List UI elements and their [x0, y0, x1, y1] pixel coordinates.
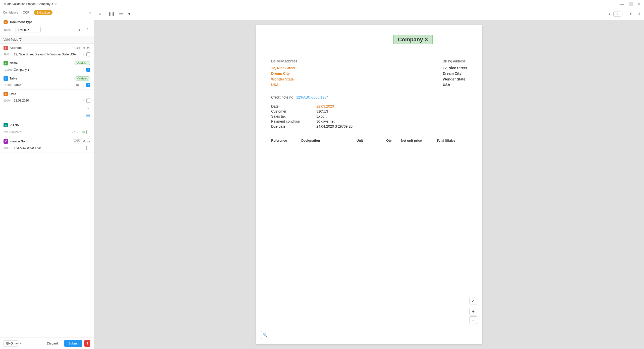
lang-chevron-icon: ▾ — [20, 342, 21, 345]
filter-icon[interactable]: ≡ — [89, 11, 91, 15]
delivery-address-text: 12, Nice StreetDream CityWonder StateUSA — [271, 65, 297, 88]
detail-value-date: 22.03.2020 — [316, 104, 334, 108]
billing-address-label: Billing address — [443, 59, 467, 63]
top-bar: Confidence OCR Extraction ≡ — [0, 8, 94, 17]
page-nav: ▲ / 1 ▼ ↺ — [607, 12, 640, 17]
field-name-name: Name — [10, 61, 73, 65]
valid-fields-header: Valid fields (6) — — [0, 36, 94, 44]
error-button[interactable]: ! — [84, 340, 90, 347]
refresh-button[interactable]: ↺ — [637, 12, 640, 16]
zoom-out-button[interactable]: − — [470, 316, 477, 324]
image-view-button[interactable] — [108, 11, 115, 17]
field-icon-pono: q — [4, 123, 8, 127]
field-conf-name: · 100% — [4, 68, 12, 71]
validated-badge-name: Validated — [75, 61, 90, 65]
layout-chevron-button[interactable]: ▾ — [127, 11, 131, 17]
field-header-pono: q PO No — [0, 121, 94, 128]
svg-rect-3 — [110, 14, 111, 16]
field-header-invoiceno: V Invoice No AND Must ▾ — [0, 137, 94, 145]
col-header-total: Total $ — [422, 139, 447, 142]
lang-select-wrapper: ENG ▾ — [4, 340, 21, 346]
zoom-in-button[interactable]: + — [470, 308, 477, 315]
page-number-input[interactable] — [613, 12, 621, 17]
document-type-section: o Document Type 100% InvoiceX Invoice Cr… — [0, 17, 94, 36]
extraction-tab[interactable]: Extraction — [34, 10, 52, 15]
field-name-pono: PO No — [10, 123, 90, 127]
doc-type-icon: o — [4, 20, 8, 24]
field-actions-invoiceno: ⋮ — [81, 145, 90, 150]
delivery-address-block: Delivery address 12, Nice StreetDream Ci… — [271, 59, 297, 88]
field-more-button-invoiceno[interactable]: ⋮ — [81, 145, 85, 150]
document-area: Company X Delivery address 12, Nice Stre… — [94, 20, 644, 349]
chevron-down-date[interactable]: ⌄ — [86, 105, 90, 111]
field-value-row-pono: Not extracted ↩ ⊞ ⊕ — [0, 128, 94, 137]
add-field-inline-button[interactable]: ⊞ — [86, 112, 90, 119]
credit-note-number: 123-ABC-0000-1234 — [296, 95, 328, 99]
search-icon-button[interactable]: 🔍 — [261, 331, 269, 339]
field-group-name: a Name Validated · 100% Company Y ⋮ — [0, 59, 94, 74]
billing-address-text: 12, Nice StreetDream CityWonder StateUSA — [443, 65, 467, 88]
field-more-button-name[interactable]: ⋮ — [81, 67, 85, 72]
validated-badge-table: Validated — [75, 76, 90, 80]
field-actions-address: ⋮ — [81, 52, 90, 57]
field-value-row-invoiceno: 98% 123-ABC-0000-1234 ⋮ — [0, 145, 94, 152]
must-badge-address[interactable]: Must ▾ — [83, 46, 90, 49]
page-separator: / — [622, 12, 623, 16]
field-checkbox-invoiceno[interactable] — [86, 146, 90, 150]
field-checkbox-address[interactable] — [86, 52, 90, 56]
col-header-netprice: Net unit price — [392, 139, 422, 142]
viewer-toolbar: ≡ ▾ ▲ — [94, 8, 644, 20]
submit-button[interactable]: Submit — [64, 340, 82, 347]
detail-label-date: Date — [271, 104, 311, 108]
field-value-row-date: 100% 22.03.2020 ⋮ — [0, 97, 94, 105]
doc-type-select[interactable]: InvoiceX Invoice CreditNote PurchaseOrde… — [16, 27, 41, 33]
field-checkbox-date[interactable] — [86, 99, 90, 103]
close-button[interactable]: ✕ — [636, 2, 641, 7]
field-group-invoiceno: V Invoice No AND Must ▾ 98% 123-ABC-0000… — [0, 137, 94, 152]
collapse-icon[interactable]: — — [24, 38, 27, 41]
col-header-qty: Qty — [377, 139, 392, 142]
discard-button[interactable]: Discard — [43, 340, 62, 347]
field-more-button-date[interactable]: ⋮ — [81, 98, 85, 103]
doc-type-kebab-button[interactable]: ⋮ — [84, 26, 90, 33]
doc-table-area: Reference Designation Unit Qty Net unit … — [271, 136, 467, 145]
prev-page-button[interactable]: ▲ — [607, 12, 612, 16]
lang-select[interactable]: ENG — [4, 340, 19, 346]
maximize-button[interactable]: ⬜ — [627, 2, 634, 7]
next-page-button[interactable]: ▼ — [628, 12, 633, 16]
company-name-box: Company X — [393, 35, 432, 44]
col-header-sales: Sales — [447, 139, 467, 142]
add-value-button-pono[interactable]: ⊞ — [76, 130, 80, 134]
window-controls: — ⬜ ✕ — [619, 2, 641, 7]
confidence-tab[interactable]: Confidence — [3, 11, 18, 14]
toolbar-separator-1 — [105, 12, 105, 17]
expand-button[interactable]: ⤢ — [470, 297, 477, 304]
add-item-button-pono[interactable]: ⊕ — [81, 129, 85, 135]
menu-icon-button[interactable]: ≡ — [98, 11, 102, 17]
table-grid-button[interactable]: ⊞ — [76, 82, 80, 88]
field-header-name: a Name Validated — [0, 59, 94, 66]
bottom-bar: ENG ▾ Discard Submit ! — [0, 337, 94, 349]
field-conf-address: 99% — [4, 53, 12, 56]
minimize-button[interactable]: — — [619, 2, 625, 7]
field-value-name: Company Y — [14, 68, 80, 71]
field-group-pono: q PO No Not extracted ↩ ⊞ ⊕ — [0, 121, 94, 137]
doc-details-table: Date 22.03.2020 Customer 310513 Sales ta… — [271, 104, 467, 128]
credit-note-prefix: Credit note no — [271, 95, 293, 99]
doc-detail-salestax: Sales tax Export — [271, 114, 467, 118]
undo-button-pono[interactable]: ↩ — [72, 130, 75, 134]
field-checkbox-table[interactable] — [86, 83, 90, 87]
field-value-row-name: · 100% Company Y ⋮ — [0, 66, 94, 74]
ocr-tab[interactable]: OCR — [21, 10, 32, 15]
doc-type-select-wrapper: InvoiceX Invoice CreditNote PurchaseOrde… — [16, 27, 82, 33]
detail-label-customer: Customer — [271, 109, 311, 113]
field-checkbox-pono[interactable] — [86, 130, 90, 134]
must-badge-invoiceno[interactable]: Must ▾ — [83, 140, 90, 143]
layout-view-button[interactable] — [118, 11, 124, 17]
field-checkbox-name[interactable] — [86, 68, 90, 72]
detail-label-paymentcond: Payment condition — [271, 119, 311, 123]
field-more-button-table[interactable]: ⋮ — [81, 83, 85, 88]
field-group-date: o Date 100% 22.03.2020 ⋮ ⌄ ⊞ — [0, 90, 94, 121]
billing-address-block: Billing address 12, Nice StreetDream Cit… — [443, 59, 467, 88]
field-more-button-address[interactable]: ⋮ — [81, 52, 85, 57]
